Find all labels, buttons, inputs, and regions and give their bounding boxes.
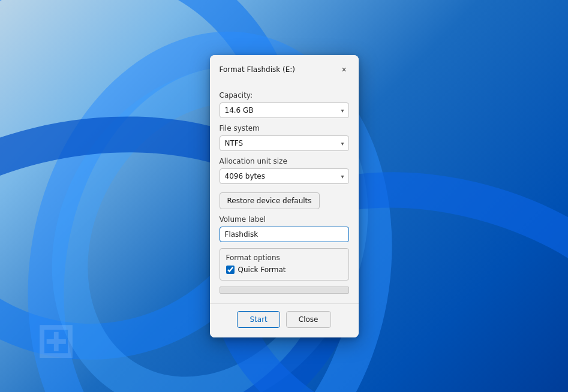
format-dialog: Format Flashdisk (E:) × Capacity: 14.6 G… (210, 55, 359, 337)
dialog-body: Capacity: 14.6 GB ▾ File system NTFS FAT… (210, 83, 359, 303)
capacity-select[interactable]: 14.6 GB (220, 102, 349, 118)
allocation-unit-dropdown-wrapper: 512 bytes 1024 bytes 2048 bytes 4096 byt… (220, 168, 349, 184)
quick-format-checkbox[interactable] (226, 266, 235, 274)
quick-format-label: Quick Format (238, 266, 286, 274)
close-button[interactable]: Close (286, 311, 331, 328)
dialog-footer: Start Close (210, 303, 359, 337)
capacity-dropdown-wrapper: 14.6 GB ▾ (220, 102, 349, 118)
format-options-legend: Format options (226, 254, 342, 262)
close-icon[interactable]: × (337, 62, 351, 77)
file-system-select[interactable]: NTFS FAT32 exFAT (220, 135, 349, 151)
file-system-dropdown-wrapper: NTFS FAT32 exFAT ▾ (220, 135, 349, 151)
volume-label-label: Volume label (220, 215, 349, 224)
file-system-label: File system (220, 124, 349, 132)
dialog-overlay: Format Flashdisk (E:) × Capacity: 14.6 G… (0, 0, 568, 392)
quick-format-row: Quick Format (226, 266, 342, 274)
start-button[interactable]: Start (237, 311, 280, 328)
format-options-group: Format options Quick Format (220, 248, 349, 281)
volume-label-input[interactable] (220, 227, 349, 242)
allocation-unit-label: Allocation unit size (220, 157, 349, 165)
restore-defaults-button[interactable]: Restore device defaults (220, 192, 320, 209)
dialog-titlebar: Format Flashdisk (E:) × (210, 55, 359, 83)
allocation-unit-select[interactable]: 512 bytes 1024 bytes 2048 bytes 4096 byt… (220, 168, 349, 184)
dialog-title: Format Flashdisk (E:) (220, 65, 296, 74)
progress-bar (220, 287, 349, 294)
capacity-label: Capacity: (220, 91, 349, 99)
